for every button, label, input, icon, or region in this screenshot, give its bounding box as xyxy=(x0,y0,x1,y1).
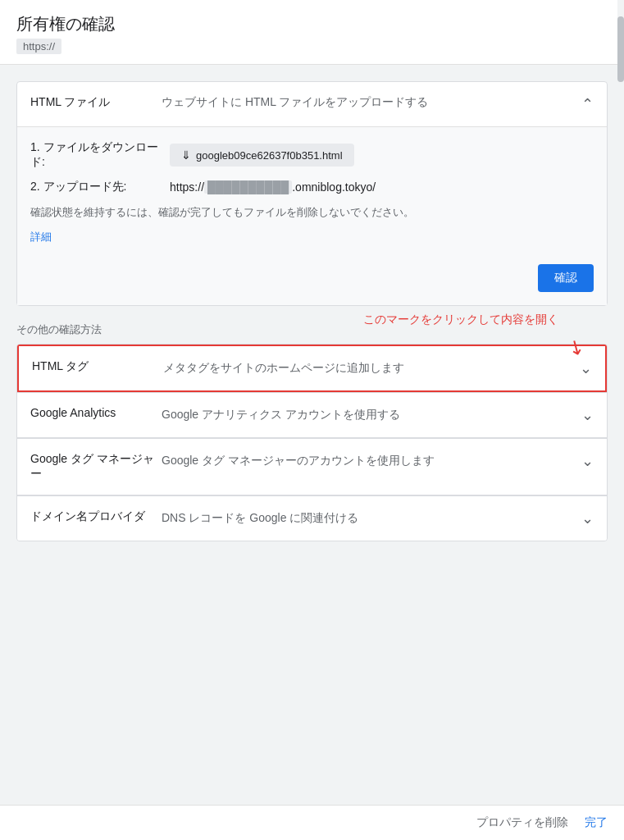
download-filename: googleb09ce62637f0b351.html xyxy=(196,149,343,162)
method-row-tag-manager[interactable]: Google タグ マネージャー Google タグ マネージャーのアカウントを… xyxy=(17,438,607,495)
page-footer: プロパティを削除 完了 xyxy=(0,805,624,840)
annotation-container: このマークをクリックして内容を開く ↘ HTML タグ メタタグをサイトのホーム… xyxy=(16,344,608,541)
html-file-card: HTML ファイル ウェブサイトに HTML ファイルをアップロードする ⌃ 1… xyxy=(16,81,608,306)
chevron-down-icon-html-tag: ⌄ xyxy=(580,359,592,377)
method-row-tag-manager-inner[interactable]: Google タグ マネージャー Google タグ マネージャーのアカウントを… xyxy=(17,439,607,495)
download-icon: ⇓ xyxy=(181,148,191,162)
step1-label: 1. ファイルをダウンロード: xyxy=(30,140,170,170)
confirm-button[interactable]: 確認 xyxy=(538,264,594,292)
scrollbar[interactable] xyxy=(617,0,624,840)
method-desc-html-tag: メタタグをサイトのホームページに追加します xyxy=(163,359,573,377)
delete-property-link[interactable]: プロパティを削除 xyxy=(476,815,568,830)
page-url: https:// xyxy=(16,39,61,54)
download-button[interactable]: ⇓ googleb09ce62637f0b351.html xyxy=(170,144,354,167)
html-file-card-footer: 確認 xyxy=(17,258,607,305)
method-row-google-analytics[interactable]: Google Analytics Google アナリティクス アカウントを使用… xyxy=(17,392,607,438)
upload-url-suffix: .omniblog.tokyo/ xyxy=(292,180,376,194)
method-row-analytics-inner[interactable]: Google Analytics Google アナリティクス アカウントを使用… xyxy=(17,393,607,437)
upload-url-prefix: https:// xyxy=(170,180,204,194)
method-name-google-analytics: Google Analytics xyxy=(30,406,162,419)
method-desc-domain-provider: DNS レコードを Google に関連付ける xyxy=(162,509,575,527)
step2-label: 2. アップロード先: xyxy=(30,180,170,194)
method-desc-google-analytics: Google アナリティクス アカウントを使用する xyxy=(162,406,575,423)
chevron-down-icon-tag-manager: ⌄ xyxy=(581,452,594,470)
html-file-method-desc: ウェブサイトに HTML ファイルをアップロードする xyxy=(162,95,575,110)
method-row-html-tag-inner[interactable]: HTML タグ メタタグをサイトのホームページに追加します ⌄ xyxy=(19,346,605,390)
annotation-text: このマークをクリックして内容を開く xyxy=(363,313,558,327)
html-file-method-label: HTML ファイル xyxy=(30,95,162,110)
html-file-collapse-icon[interactable]: ⌃ xyxy=(581,95,594,113)
chevron-down-icon-analytics: ⌄ xyxy=(581,406,594,424)
detail-link[interactable]: 詳細 xyxy=(30,231,52,243)
methods-list: HTML タグ メタタグをサイトのホームページに追加します ⌄ Google A… xyxy=(16,344,608,541)
chevron-down-icon-domain: ⌄ xyxy=(581,509,594,527)
upload-url-masked: ██████████ xyxy=(204,180,292,194)
step1-row: 1. ファイルをダウンロード: ⇓ googleb09ce62637f0b351… xyxy=(30,140,594,170)
method-row-html-tag[interactable]: HTML タグ メタタグをサイトのホームページに追加します ⌄ xyxy=(17,345,607,392)
main-content: HTML ファイル ウェブサイトに HTML ファイルをアップロードする ⌃ 1… xyxy=(0,65,624,558)
method-row-domain-provider[interactable]: ドメイン名プロバイダ DNS レコードを Google に関連付ける ⌄ xyxy=(17,495,607,541)
method-desc-tag-manager: Google タグ マネージャーのアカウントを使用します xyxy=(162,452,575,469)
html-file-card-body: 1. ファイルをダウンロード: ⇓ googleb09ce62637f0b351… xyxy=(17,127,607,258)
page-header: 所有権の確認 https:// xyxy=(0,0,624,65)
scrollbar-thumb[interactable] xyxy=(617,16,624,82)
upload-url: https://██████████.omniblog.tokyo/ xyxy=(170,180,376,194)
method-name-html-tag: HTML タグ xyxy=(32,359,163,374)
method-name-domain-provider: ドメイン名プロバイダ xyxy=(30,509,162,524)
method-name-tag-manager: Google タグ マネージャー xyxy=(30,452,162,482)
method-row-domain-inner[interactable]: ドメイン名プロバイダ DNS レコードを Google に関連付ける ⌄ xyxy=(17,496,607,541)
note-text: 確認状態を維持するには、確認が完了してもファイルを削除しないでください。 xyxy=(30,204,594,221)
step2-row: 2. アップロード先: https://██████████.omniblog.… xyxy=(30,180,594,194)
page-title: 所有権の確認 xyxy=(16,13,608,35)
html-file-card-header: HTML ファイル ウェブサイトに HTML ファイルをアップロードする ⌃ xyxy=(17,82,607,127)
done-button[interactable]: 完了 xyxy=(585,815,608,830)
